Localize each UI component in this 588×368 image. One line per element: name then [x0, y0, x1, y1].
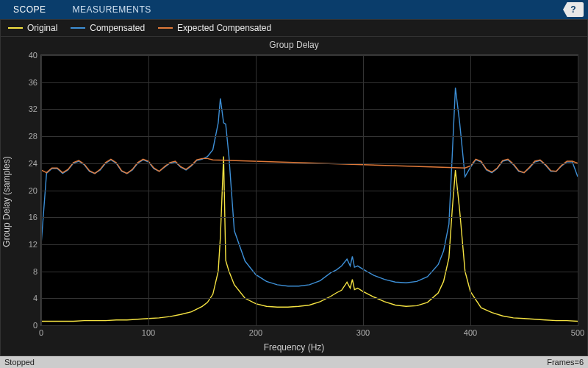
top-toolbar: SCOPE MEASUREMENTS ?: [0, 0, 588, 19]
chart-title: Group Delay: [1, 40, 587, 50]
legend-label: Compensated: [90, 23, 145, 33]
x-axis-label: Frequency (Hz): [1, 342, 587, 353]
y-tick: 8: [33, 267, 41, 276]
x-tick: 100: [142, 325, 155, 337]
help-button[interactable]: ?: [563, 2, 584, 17]
x-tick: 500: [571, 325, 584, 337]
y-tick: 32: [29, 105, 41, 113]
legend-label: Expected Compensated: [177, 23, 271, 33]
swatch-compensated: [71, 27, 85, 29]
y-tick: 28: [29, 132, 41, 141]
tab-scope[interactable]: SCOPE: [0, 0, 60, 19]
swatch-original: [8, 27, 23, 29]
status-right: Frames=6: [547, 358, 584, 367]
legend-item-original: Original: [8, 23, 57, 33]
status-left: Stopped: [4, 358, 35, 367]
legend-item-compensated: Compensated: [71, 23, 145, 33]
x-tick: 200: [249, 325, 262, 337]
y-tick: 40: [29, 51, 41, 60]
legend: Original Compensated Expected Compensate…: [0, 19, 588, 37]
series-expected-compensated: [41, 158, 578, 173]
y-tick: 36: [29, 78, 41, 87]
swatch-expected: [158, 27, 173, 29]
y-tick: 24: [29, 159, 41, 168]
y-tick: 12: [29, 240, 41, 249]
y-tick: 16: [29, 213, 41, 222]
y-tick: 20: [29, 186, 41, 195]
series-original: [41, 157, 578, 322]
x-tick: 400: [464, 325, 477, 337]
legend-label: Original: [27, 23, 57, 33]
x-tick: 300: [356, 325, 370, 337]
status-bar: Stopped Frames=6: [0, 356, 588, 368]
y-axis-label: Group Delay (samples): [1, 156, 12, 247]
chart-area: Group Delay Group Delay (samples) Freque…: [0, 37, 588, 356]
legend-item-expected: Expected Compensated: [158, 23, 271, 33]
y-tick: 4: [33, 294, 41, 302]
tab-measurements[interactable]: MEASUREMENTS: [60, 0, 165, 19]
series-compensated: [41, 88, 578, 286]
y-tick: 0: [33, 321, 41, 330]
plot-canvas[interactable]: 01002003004005000481216202428323640: [40, 54, 578, 326]
